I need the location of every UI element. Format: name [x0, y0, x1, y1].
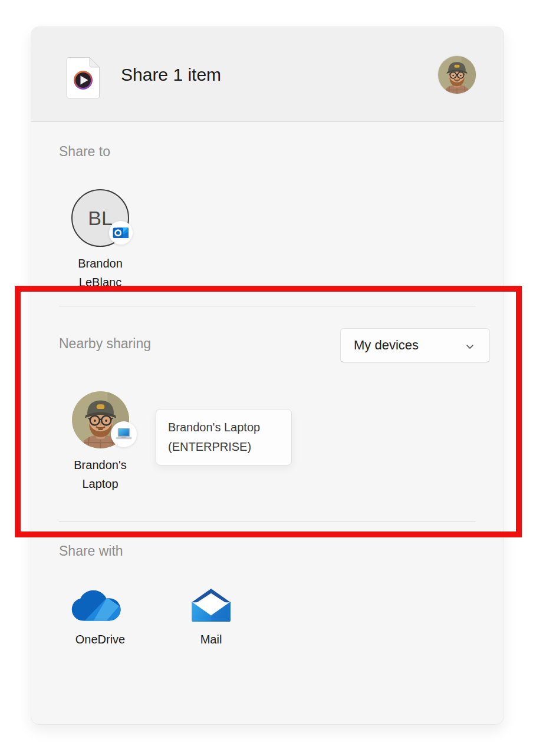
device-name: Brandon's Laptop	[62, 455, 139, 493]
media-file-icon	[67, 57, 100, 98]
device-avatar	[72, 391, 129, 448]
nearby-sharing-heading: Nearby sharing	[59, 336, 151, 352]
contact-avatar: BL	[71, 189, 129, 247]
page-background: Share 1 item	[0, 0, 533, 756]
mail-icon	[164, 587, 258, 625]
laptop-icon	[111, 421, 137, 447]
section-divider	[59, 521, 476, 522]
dialog-title: Share 1 item	[121, 27, 221, 122]
app-label: Mail	[164, 633, 258, 646]
share-dialog: Share 1 item	[31, 27, 504, 725]
device-filter-value: My devices	[354, 338, 419, 353]
share-to-heading: Share to	[59, 144, 110, 160]
share-with-apps: OneDrive	[53, 587, 258, 646]
contact-brandon-leblanc[interactable]: BL Brandon LeBlanc	[53, 189, 147, 292]
device-brandons-laptop[interactable]: Brandon's Laptop	[53, 391, 147, 493]
app-mail[interactable]: Mail	[164, 587, 258, 646]
section-divider	[59, 306, 476, 306]
chevron-down-icon	[465, 340, 475, 351]
onedrive-icon	[53, 587, 147, 625]
contact-name: Brandon LeBlanc	[62, 254, 139, 292]
dialog-header: Share 1 item	[31, 27, 504, 122]
app-label: OneDrive	[53, 633, 147, 646]
account-avatar	[438, 56, 476, 94]
device-filter-dropdown[interactable]: My devices	[340, 328, 490, 362]
app-onedrive[interactable]: OneDrive	[53, 587, 147, 646]
outlook-icon	[109, 221, 133, 245]
share-with-heading: Share with	[59, 543, 123, 559]
device-tooltip: Brandon's Laptop (ENTERPRISE)	[156, 409, 292, 466]
